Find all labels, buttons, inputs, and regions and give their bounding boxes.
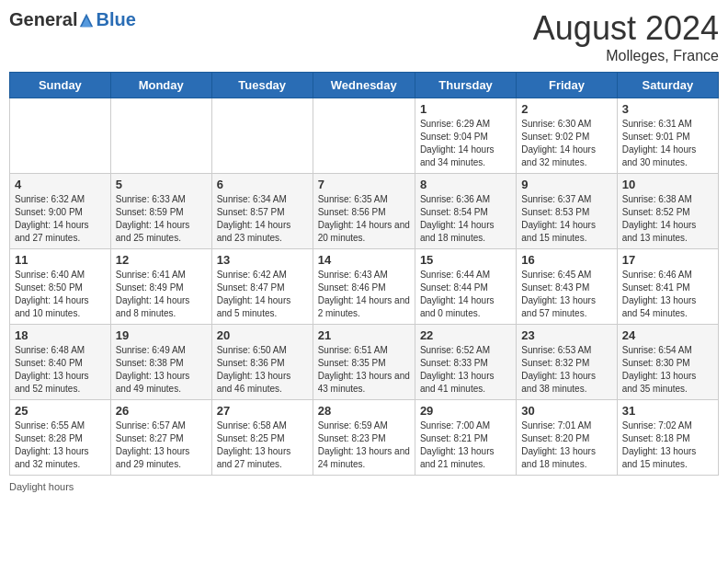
day-cell: 18Sunrise: 6:48 AMSunset: 8:40 PMDayligh… [10, 325, 111, 400]
day-cell: 14Sunrise: 6:43 AMSunset: 8:46 PMDayligh… [313, 249, 415, 325]
week-row: 25Sunrise: 6:55 AMSunset: 8:28 PMDayligh… [10, 400, 719, 476]
day-info: Sunrise: 6:50 AMSunset: 8:36 PMDaylight:… [217, 344, 308, 396]
day-cell [10, 98, 111, 174]
day-info: Sunrise: 6:59 AMSunset: 8:23 PMDaylight:… [318, 419, 410, 471]
day-cell: 11Sunrise: 6:40 AMSunset: 8:50 PMDayligh… [10, 249, 111, 325]
day-info: Sunrise: 6:41 AMSunset: 8:49 PMDaylight:… [116, 269, 207, 320]
month-year: August 2024 [533, 9, 719, 48]
day-number: 27 [217, 404, 308, 418]
day-cell: 23Sunrise: 6:53 AMSunset: 8:32 PMDayligh… [517, 325, 617, 400]
day-cell: 3Sunrise: 6:31 AMSunset: 9:01 PMDaylight… [617, 98, 718, 174]
week-row: 4Sunrise: 6:32 AMSunset: 9:00 PMDaylight… [10, 174, 719, 249]
day-number: 7 [318, 178, 410, 191]
day-info: Sunrise: 6:29 AMSunset: 9:04 PMDaylight:… [420, 118, 511, 169]
col-header-tuesday: Tuesday [211, 73, 313, 98]
day-number: 19 [116, 328, 207, 342]
day-info: Sunrise: 6:31 AMSunset: 9:01 PMDaylight:… [622, 118, 713, 169]
page-header: General Blue August 2024 Molleges, Franc… [9, 9, 719, 64]
day-info: Sunrise: 6:49 AMSunset: 8:38 PMDaylight:… [116, 344, 207, 396]
day-number: 10 [622, 178, 713, 191]
day-cell: 20Sunrise: 6:50 AMSunset: 8:36 PMDayligh… [211, 325, 313, 400]
day-number: 24 [622, 328, 713, 342]
day-cell: 22Sunrise: 6:52 AMSunset: 8:33 PMDayligh… [415, 325, 516, 400]
footer: Daylight hours [9, 481, 719, 492]
day-info: Sunrise: 6:45 AMSunset: 8:43 PMDaylight:… [521, 269, 611, 320]
day-cell: 26Sunrise: 6:57 AMSunset: 8:27 PMDayligh… [110, 400, 211, 476]
day-cell: 19Sunrise: 6:49 AMSunset: 8:38 PMDayligh… [110, 325, 211, 400]
day-cell: 1Sunrise: 6:29 AMSunset: 9:04 PMDaylight… [415, 98, 516, 174]
day-number: 29 [420, 404, 511, 418]
col-header-saturday: Saturday [617, 73, 718, 98]
day-info: Sunrise: 6:38 AMSunset: 8:52 PMDaylight:… [622, 193, 713, 245]
day-number: 22 [420, 328, 511, 342]
day-info: Sunrise: 6:36 AMSunset: 8:54 PMDaylight:… [420, 193, 511, 245]
day-info: Sunrise: 6:34 AMSunset: 8:57 PMDaylight:… [217, 193, 308, 245]
day-info: Sunrise: 6:57 AMSunset: 8:27 PMDaylight:… [116, 419, 207, 471]
day-info: Sunrise: 6:53 AMSunset: 8:32 PMDaylight:… [521, 344, 611, 396]
day-info: Sunrise: 6:51 AMSunset: 8:35 PMDaylight:… [318, 344, 410, 396]
day-number: 25 [15, 404, 106, 418]
day-cell: 30Sunrise: 7:01 AMSunset: 8:20 PMDayligh… [517, 400, 617, 476]
day-number: 31 [622, 404, 713, 418]
calendar-table: SundayMondayTuesdayWednesdayThursdayFrid… [9, 72, 719, 476]
day-info: Sunrise: 6:55 AMSunset: 8:28 PMDaylight:… [15, 419, 106, 471]
day-info: Sunrise: 6:44 AMSunset: 8:44 PMDaylight:… [420, 269, 511, 320]
day-number: 11 [15, 253, 106, 267]
day-cell: 16Sunrise: 6:45 AMSunset: 8:43 PMDayligh… [517, 249, 617, 325]
day-number: 9 [521, 178, 611, 191]
week-row: 1Sunrise: 6:29 AMSunset: 9:04 PMDaylight… [10, 98, 719, 174]
day-cell: 27Sunrise: 6:58 AMSunset: 8:25 PMDayligh… [211, 400, 313, 476]
day-cell: 12Sunrise: 6:41 AMSunset: 8:49 PMDayligh… [110, 249, 211, 325]
day-info: Sunrise: 7:02 AMSunset: 8:18 PMDaylight:… [622, 419, 713, 471]
day-number: 15 [420, 253, 511, 267]
day-number: 16 [521, 253, 611, 267]
col-header-thursday: Thursday [415, 73, 516, 98]
day-cell: 29Sunrise: 7:00 AMSunset: 8:21 PMDayligh… [415, 400, 516, 476]
day-cell: 13Sunrise: 6:42 AMSunset: 8:47 PMDayligh… [211, 249, 313, 325]
day-info: Sunrise: 6:52 AMSunset: 8:33 PMDaylight:… [420, 344, 511, 396]
day-number: 6 [217, 178, 308, 191]
day-cell [211, 98, 313, 174]
day-cell: 24Sunrise: 6:54 AMSunset: 8:30 PMDayligh… [617, 325, 718, 400]
day-number: 2 [521, 102, 611, 116]
calendar-body: 1Sunrise: 6:29 AMSunset: 9:04 PMDaylight… [10, 98, 719, 476]
day-info: Sunrise: 6:30 AMSunset: 9:02 PMDaylight:… [521, 118, 611, 169]
day-info: Sunrise: 6:48 AMSunset: 8:40 PMDaylight:… [15, 344, 106, 396]
day-cell: 9Sunrise: 6:37 AMSunset: 8:53 PMDaylight… [517, 174, 617, 249]
day-number: 12 [116, 253, 207, 267]
day-cell: 21Sunrise: 6:51 AMSunset: 8:35 PMDayligh… [313, 325, 415, 400]
day-number: 21 [318, 328, 410, 342]
day-info: Sunrise: 7:01 AMSunset: 8:20 PMDaylight:… [521, 419, 611, 471]
day-cell: 5Sunrise: 6:33 AMSunset: 8:59 PMDaylight… [110, 174, 211, 249]
day-cell: 31Sunrise: 7:02 AMSunset: 8:18 PMDayligh… [617, 400, 718, 476]
day-cell [110, 98, 211, 174]
header-row: SundayMondayTuesdayWednesdayThursdayFrid… [10, 73, 719, 98]
logo-blue: Blue [96, 9, 135, 30]
day-info: Sunrise: 6:43 AMSunset: 8:46 PMDaylight:… [318, 269, 410, 320]
day-info: Sunrise: 6:35 AMSunset: 8:56 PMDaylight:… [318, 193, 410, 245]
logo-general: General [9, 9, 77, 30]
day-cell: 15Sunrise: 6:44 AMSunset: 8:44 PMDayligh… [415, 249, 516, 325]
day-number: 4 [15, 178, 106, 191]
day-cell: 6Sunrise: 6:34 AMSunset: 8:57 PMDaylight… [211, 174, 313, 249]
day-number: 1 [420, 102, 511, 116]
day-number: 28 [318, 404, 410, 418]
location: Molleges, France [533, 48, 719, 64]
day-info: Sunrise: 6:37 AMSunset: 8:53 PMDaylight:… [521, 193, 611, 245]
daylight-label: Daylight hours [9, 481, 74, 492]
day-info: Sunrise: 6:54 AMSunset: 8:30 PMDaylight:… [622, 344, 713, 396]
calendar-header: SundayMondayTuesdayWednesdayThursdayFrid… [10, 73, 719, 98]
col-header-sunday: Sunday [10, 73, 111, 98]
day-info: Sunrise: 6:33 AMSunset: 8:59 PMDaylight:… [116, 193, 207, 245]
day-cell: 7Sunrise: 6:35 AMSunset: 8:56 PMDaylight… [313, 174, 415, 249]
col-header-friday: Friday [517, 73, 617, 98]
day-info: Sunrise: 7:00 AMSunset: 8:21 PMDaylight:… [420, 419, 511, 471]
week-row: 18Sunrise: 6:48 AMSunset: 8:40 PMDayligh… [10, 325, 719, 400]
logo-icon [78, 12, 95, 29]
day-number: 30 [521, 404, 611, 418]
week-row: 11Sunrise: 6:40 AMSunset: 8:50 PMDayligh… [10, 249, 719, 325]
day-info: Sunrise: 6:32 AMSunset: 9:00 PMDaylight:… [15, 193, 106, 245]
day-number: 3 [622, 102, 713, 116]
day-number: 17 [622, 253, 713, 267]
logo: General Blue [9, 9, 136, 30]
